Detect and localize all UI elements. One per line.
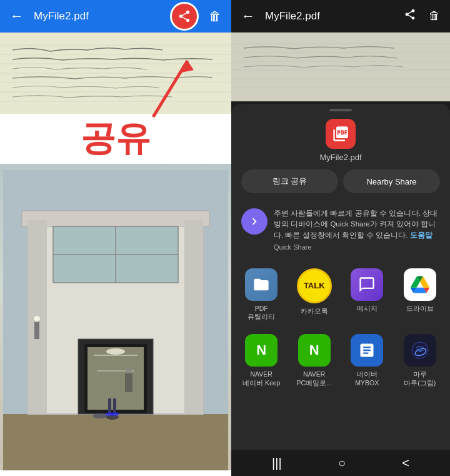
right-title: MyFile2.pdf (265, 10, 394, 23)
nav-back-button[interactable]: < (389, 452, 422, 474)
svg-point-30 (34, 316, 40, 322)
app-item-naver-pc[interactable]: N NAVERPC메일로... (289, 329, 340, 392)
nav-home-button[interactable]: ○ (326, 452, 358, 474)
left-content: 공유 (0, 33, 231, 476)
share-icon (178, 9, 191, 23)
kakao-icon-wrap: TALK (297, 268, 332, 303)
file-icon-row: MyFile2.pdf (231, 119, 450, 162)
quick-share-help-link[interactable]: 도움말 (410, 231, 432, 239)
svg-rect-11 (3, 414, 228, 470)
quick-share-icon (248, 215, 261, 228)
app-item-message[interactable]: 메시지 (342, 263, 392, 327)
naver-box-icon (358, 342, 376, 359)
svg-rect-32 (113, 398, 116, 414)
svg-point-24 (106, 348, 125, 355)
navigation-bar: ||| ○ < (231, 450, 450, 476)
left-title: MyFile2.pdf (34, 10, 162, 23)
acrobat-icon (332, 125, 349, 143)
right-preview-image (231, 33, 450, 101)
app-item-naver-box[interactable]: 네이버MYBOX (342, 329, 392, 392)
naver-keep-icon-wrap: N (245, 334, 278, 367)
pdf-utility-icon (245, 268, 278, 301)
share-sheet: MyFile2.pdf 링크 공유 Nearby Share 주변 사람들에게 … (231, 104, 450, 450)
quick-share-label: Quick Share (274, 243, 440, 251)
left-panel: ← MyFile2.pdf 🗑 (0, 0, 231, 476)
right-share-icon[interactable] (401, 6, 419, 26)
svg-rect-15 (184, 220, 203, 414)
naver-pc-icon-wrap: N (298, 334, 331, 367)
share-buttons-row: 링크 공유 Nearby Share (231, 170, 450, 193)
naver-pc-label: NAVERPC메일로... (297, 370, 332, 387)
svg-rect-25 (125, 373, 132, 392)
kakao-talk-label: TALK (304, 281, 325, 290)
naver-box-icon-wrap (351, 334, 383, 367)
quick-share-icon-circle (241, 208, 268, 235)
drive-icon-wrap (404, 268, 436, 301)
maru-icon-wrap (404, 334, 436, 367)
svg-rect-29 (34, 320, 39, 339)
quick-share-description: 주변 사람들에게 빠르게 공유할 수 있습니다. 상대방의 디바이스에 Quic… (274, 208, 440, 241)
left-back-button[interactable]: ← (8, 6, 26, 27)
right-back-button[interactable]: ← (239, 6, 258, 27)
pdf-icon (326, 119, 356, 149)
quick-share-text-area: 주변 사람들에게 빠르게 공유할 수 있습니다. 상대방의 디바이스에 Quic… (274, 208, 440, 251)
svg-rect-13 (22, 211, 209, 226)
link-share-button[interactable]: 링크 공유 (241, 170, 338, 193)
left-share-button[interactable] (170, 2, 199, 31)
pdf-utility-label: PDF유틸리티 (248, 305, 275, 322)
left-topbar: ← MyFile2.pdf 🗑 (0, 0, 231, 33)
app-item-kakao[interactable]: TALK 카카오톡 (289, 263, 340, 327)
quick-share-banner: 주변 사람들에게 빠르게 공유할 수 있습니다. 상대방의 디바이스에 Quic… (231, 202, 450, 257)
naver-keep-label: NAVER네이버 Keep (242, 370, 280, 387)
nav-menu-button[interactable]: ||| (259, 452, 294, 474)
sheet-handle (329, 109, 352, 111)
gongyu-section: 공유 (0, 114, 231, 164)
message-label: 메시지 (357, 305, 378, 313)
drive-label: 드라이브 (406, 305, 434, 313)
left-delete-button[interactable]: 🗑 (206, 7, 224, 26)
sheet-file-name: MyFile2.pdf (319, 153, 361, 162)
nearby-share-button[interactable]: Nearby Share (343, 170, 440, 193)
app-item-pdf-utility[interactable]: PDF유틸리티 (236, 263, 287, 327)
svg-point-26 (126, 367, 132, 373)
svg-rect-35 (231, 33, 450, 101)
apps-grid: PDF유틸리티 TALK 카카오톡 메시지 (231, 263, 450, 393)
svg-rect-22 (94, 355, 138, 356)
right-delete-button[interactable]: 🗑 (426, 7, 442, 25)
building-image (0, 164, 231, 470)
naver-pc-n: N (309, 342, 319, 358)
right-panel: ← MyFile2.pdf 🗑 (231, 0, 450, 476)
naver-keep-n: N (256, 342, 266, 358)
svg-rect-31 (108, 398, 111, 414)
svg-point-34 (111, 412, 119, 416)
right-topbar: ← MyFile2.pdf 🗑 (231, 0, 450, 33)
pdf-folder-icon (252, 276, 270, 293)
maru-icon (411, 341, 429, 360)
app-item-naver-keep[interactable]: N NAVER네이버 Keep (236, 329, 287, 392)
app-item-drive[interactable]: 드라이브 (395, 263, 446, 327)
kakao-label: 카카오톡 (301, 307, 328, 316)
message-icon-wrap (351, 268, 383, 301)
red-arrow (141, 54, 197, 123)
maru-label: 마루마루(그림) (404, 370, 436, 387)
drive-icon (411, 275, 429, 294)
naver-box-label: 네이버MYBOX (355, 370, 379, 387)
message-icon (358, 276, 376, 293)
svg-point-45 (418, 348, 422, 352)
app-item-maru[interactable]: 마루마루(그림) (395, 329, 446, 392)
